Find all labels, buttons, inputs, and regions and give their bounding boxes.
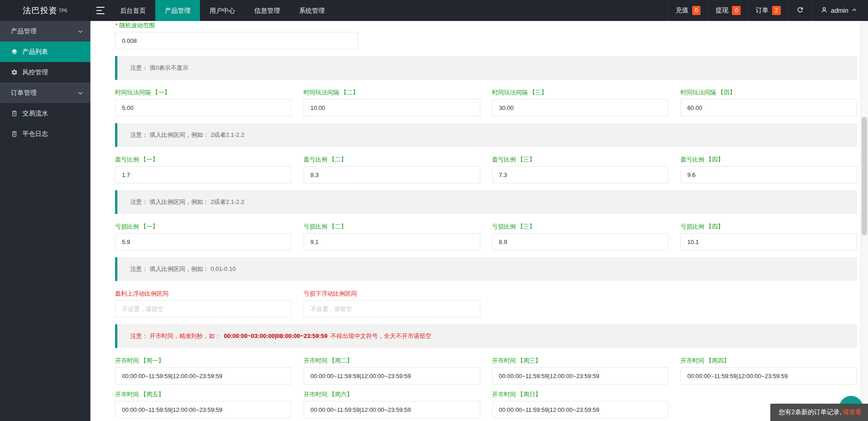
field-input-loss-ratio-1[interactable] [115, 233, 292, 250]
brand-text: 法巴投资 [23, 5, 58, 16]
field-input-open-time-mon[interactable] [115, 367, 292, 385]
field-label-pl-ratio-2: 盈亏比例 【二】 [304, 156, 480, 163]
sidebar-item-label: 交易流水 [22, 109, 48, 118]
form-field-interval-3: 时间玩法间隔 【三】 [492, 89, 669, 116]
form-field-pl-ratio-2: 盈亏比例 【二】 [304, 156, 480, 183]
sidebar-item-product-group[interactable]: 产品管理 [0, 21, 90, 42]
scrollbar[interactable] [860, 21, 868, 421]
note-box-red: 注意： 开市时间，精准到秒，如： 00:00:00~03:00:00|08:00… [115, 324, 857, 348]
field-input-loss-ratio-2[interactable] [304, 233, 480, 250]
note-box: 注意： 填入比例区间，例如： 2或者2.1-2.2 [115, 190, 857, 214]
form-field-pl-ratio-4: 盈亏比例 【四】 [680, 156, 857, 183]
sidebar-item-close-log[interactable]: 平仓日志 [0, 124, 90, 144]
layers-icon [11, 48, 18, 56]
field-label-loss-ratio-1: 亏损比例 【一】 [115, 223, 292, 230]
form-field-loss-ratio-3: 亏损比例 【三】 [492, 223, 669, 250]
product-edit-form: *随机波动范围注意： 填0表示不显示时间玩法间隔 【一】时间玩法间隔 【二】时间… [115, 22, 857, 418]
field-label-pl-ratio-1: 盈亏比例 【一】 [115, 156, 292, 163]
chevron-down-icon [78, 90, 83, 96]
toast-text: 您有2条新的订单记录, [779, 408, 842, 416]
sidebar-item-order-group[interactable]: 订单管理 [0, 83, 90, 103]
topbar: 法巴投资 TP6 后台首页产品管理用户中心信息管理系统管理 充值0提现0订单2 … [0, 0, 868, 21]
field-label-loss-float-range: 亏损下浮动比例区间 [304, 290, 480, 297]
stat-orders[interactable]: 订单2 [748, 0, 788, 21]
field-label-open-time-thu: 开市时间 【周四】 [680, 357, 857, 364]
stat-recharge[interactable]: 充值0 [668, 0, 708, 21]
clipboard-icon [11, 130, 18, 138]
field-input-open-time-sun[interactable] [492, 401, 669, 418]
sidebar-item-product-list[interactable]: 产品列表 [0, 42, 90, 62]
hamburger-icon[interactable] [90, 0, 110, 21]
form-field-open-time-fri: 开市时间 【周五】 [115, 391, 292, 418]
topnav-item-info[interactable]: 信息管理 [245, 0, 289, 21]
field-input-interval-2[interactable] [304, 99, 480, 116]
gear-icon [11, 69, 18, 76]
field-input-profit-float-range[interactable] [115, 300, 292, 317]
sidebar-item-label: 风控管理 [22, 68, 48, 77]
toast-view-link[interactable]: 请查看 [842, 408, 862, 416]
form-field-profit-float-range: 盈利上浮动比例区间 [115, 290, 292, 317]
topbar-right: 充值0提现0订单2 admin [668, 0, 868, 21]
field-row: 亏损比例 【一】亏损比例 【二】亏损比例 【三】亏损比例 【四】 [115, 223, 857, 250]
form-field-loss-ratio-4: 亏损比例 【四】 [680, 223, 857, 250]
chevron-down-icon [78, 29, 83, 34]
scrollbar-thumb[interactable] [862, 117, 867, 235]
field-label-interval-3: 时间玩法间隔 【三】 [492, 89, 669, 96]
field-input-loss-float-range[interactable] [304, 300, 480, 317]
field-label-open-time-mon: 开市时间 【周一】 [115, 357, 292, 364]
top-nav: 后台首页产品管理用户中心信息管理系统管理 [110, 0, 334, 21]
field-label-pl-ratio-3: 盈亏比例 【三】 [492, 156, 669, 163]
main-content: *随机波动范围注意： 填0表示不显示时间玩法间隔 【一】时间玩法间隔 【二】时间… [90, 21, 860, 421]
sidebar-item-label: 产品列表 [22, 48, 48, 56]
note-box: 注意： 填入比例区间，例如： 0.01-0.10 [115, 257, 857, 281]
form-field-open-time-wed: 开市时间 【周三】 [492, 357, 669, 385]
field-input-pl-ratio-1[interactable] [115, 166, 292, 183]
topnav-item-user-center[interactable]: 用户中心 [200, 0, 245, 21]
stat-withdraw[interactable]: 提现0 [708, 0, 748, 21]
field-row: 盈亏比例 【一】盈亏比例 【二】盈亏比例 【三】盈亏比例 【四】 [115, 156, 857, 183]
topnav-item-home[interactable]: 后台首页 [110, 0, 155, 21]
user-menu[interactable]: admin [812, 0, 868, 21]
sidebar-item-risk-manage[interactable]: 风控管理 [0, 62, 90, 83]
sidebar-item-trade-flow[interactable]: 交易流水 [0, 103, 90, 124]
brand-logo: 法巴投资 TP6 [0, 0, 90, 21]
stat-badge: 0 [732, 6, 741, 15]
field-input-open-time-fri[interactable] [115, 401, 292, 418]
field-input-pl-ratio-4[interactable] [680, 166, 857, 183]
field-input-interval-3[interactable] [492, 99, 669, 116]
sidebar-item-label: 平仓日志 [22, 130, 48, 138]
field-row: 盈利上浮动比例区间亏损下浮动比例区间 [115, 290, 857, 317]
note-box: 注意： 填入比例区间，例如： 2或者2.1-2.2 [115, 123, 857, 147]
field-input-interval-4[interactable] [680, 99, 857, 116]
field-row: 时间玩法间隔 【一】时间玩法间隔 【二】时间玩法间隔 【三】时间玩法间隔 【四】 [115, 89, 857, 116]
required-asterisk: * [115, 22, 117, 29]
field-input-random-range[interactable] [115, 32, 358, 49]
field-input-open-time-sat[interactable] [304, 401, 480, 418]
form-field-interval-4: 时间玩法间隔 【四】 [680, 89, 857, 116]
field-input-loss-ratio-4[interactable] [680, 233, 857, 250]
field-input-pl-ratio-3[interactable] [492, 166, 669, 183]
field-input-interval-1[interactable] [115, 99, 292, 116]
field-label-loss-ratio-2: 亏损比例 【二】 [304, 223, 480, 230]
form-field-interval-1: 时间玩法间隔 【一】 [115, 89, 292, 116]
field-label-open-time-sun: 开市时间 【周日】 [492, 391, 669, 398]
form-field-open-time-mon: 开市时间 【周一】 [115, 357, 292, 385]
field-input-open-time-wed[interactable] [492, 367, 669, 385]
field-label-open-time-tue: 开市时间 【周二】 [304, 357, 480, 364]
field-input-open-time-thu[interactable] [680, 367, 857, 385]
field-input-pl-ratio-2[interactable] [304, 166, 480, 183]
stat-badge: 0 [692, 6, 701, 15]
sidebar: 产品管理产品列表风控管理订单管理交易流水平仓日志 [0, 21, 90, 421]
form-field-loss-ratio-1: 亏损比例 【一】 [115, 223, 292, 250]
clipboard-icon [11, 110, 18, 117]
field-label-interval-4: 时间玩法间隔 【四】 [680, 89, 857, 96]
field-input-loss-ratio-3[interactable] [492, 233, 669, 250]
chevron-up-icon [852, 7, 857, 14]
topnav-item-product[interactable]: 产品管理 [155, 0, 200, 21]
field-input-open-time-tue[interactable] [304, 367, 480, 385]
form-field-interval-2: 时间玩法间隔 【二】 [304, 89, 480, 116]
refresh-button[interactable] [788, 0, 812, 21]
note-box: 注意： 填0表示不显示 [115, 56, 857, 80]
topnav-item-system[interactable]: 系统管理 [289, 0, 334, 21]
brand-sup: TP6 [59, 8, 67, 13]
